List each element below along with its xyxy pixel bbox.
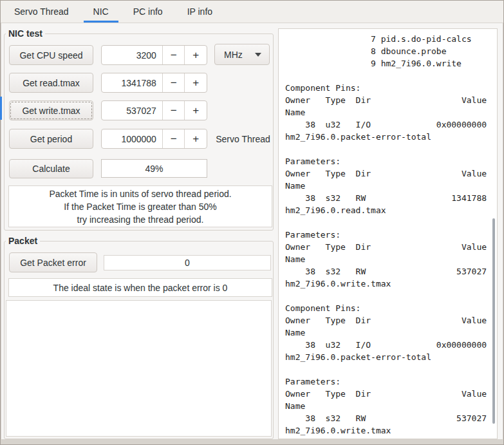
left-edge-indicator (0, 97, 2, 120)
packet-time-progress: 49% (101, 159, 207, 178)
active-tab-underline (84, 21, 118, 23)
hal-output-panel[interactable]: 7 pid.s.do-pid-calcs 8 dbounce.probe 9 h… (278, 28, 498, 439)
get-period-button[interactable]: Get period (9, 129, 93, 149)
plus-icon[interactable]: + (184, 73, 207, 92)
read-tmax-value[interactable]: 1341788 (102, 73, 162, 92)
tab-servo-thread-label: Servo Thread (14, 6, 69, 17)
nic-test-frame-title: NIC test (6, 28, 45, 39)
plus-icon[interactable]: + (184, 101, 207, 120)
cpu-speed-value[interactable]: 3200 (102, 46, 162, 64)
servo-thread-label: Servo Thread (212, 129, 274, 149)
packet-frame-title: Packet (6, 236, 40, 246)
packet-time-note: Packet Time is in units of servo thread … (8, 185, 272, 227)
get-cpu-speed-button[interactable]: Get CPU speed (9, 45, 93, 65)
tab-pc-info-label: PC info (133, 6, 163, 17)
read-tmax-spinbox: 1341788 − + (101, 73, 207, 93)
packet-error-note: The ideal state is when the packet error… (8, 278, 272, 297)
period-value[interactable]: 1000000 (102, 129, 162, 148)
tab-servo-thread[interactable]: Servo Thread (5, 1, 79, 23)
vertical-scrollbar-thumb[interactable] (492, 218, 495, 424)
tab-bar: Servo Thread NIC PC info IP info (1, 1, 503, 23)
period-spinbox: 1000000 − + (101, 129, 207, 149)
tab-pc-info[interactable]: PC info (124, 1, 173, 23)
window-bottom-border (1, 439, 503, 444)
minus-icon[interactable]: − (162, 101, 185, 120)
packet-error-value: 0 (104, 255, 271, 270)
minus-icon[interactable]: − (162, 129, 185, 148)
tab-ip-info[interactable]: IP info (178, 1, 222, 23)
empty-output-panel (6, 300, 272, 437)
plus-icon[interactable]: + (184, 129, 207, 148)
minus-icon[interactable]: − (162, 73, 185, 92)
write-tmax-value[interactable]: 537027 (102, 101, 162, 120)
tab-nic-label: NIC (93, 6, 109, 17)
cpu-speed-spinbox: 3200 − + (101, 45, 207, 65)
unit-dropdown[interactable]: MHz (214, 44, 270, 65)
calculate-button[interactable]: Calculate (9, 159, 93, 178)
hal-output-text: 7 pid.s.do-pid-calcs 8 dbounce.probe 9 h… (279, 29, 497, 437)
plus-icon[interactable]: + (184, 46, 207, 64)
unit-dropdown-value: MHz (215, 50, 243, 60)
minus-icon[interactable]: − (162, 46, 185, 64)
write-tmax-spinbox: 537027 − + (101, 100, 207, 120)
dropdown-arrow-icon (255, 53, 261, 57)
application-window: Servo Thread NIC PC info IP info NIC tes… (0, 0, 504, 445)
get-packet-error-button[interactable]: Get Packet error (9, 252, 97, 272)
tab-ip-info-label: IP info (187, 6, 212, 17)
tab-nic[interactable]: NIC (84, 1, 118, 23)
get-write-tmax-button[interactable]: Get write.tmax (9, 100, 93, 120)
get-read-tmax-button[interactable]: Get read.tmax (9, 73, 93, 93)
